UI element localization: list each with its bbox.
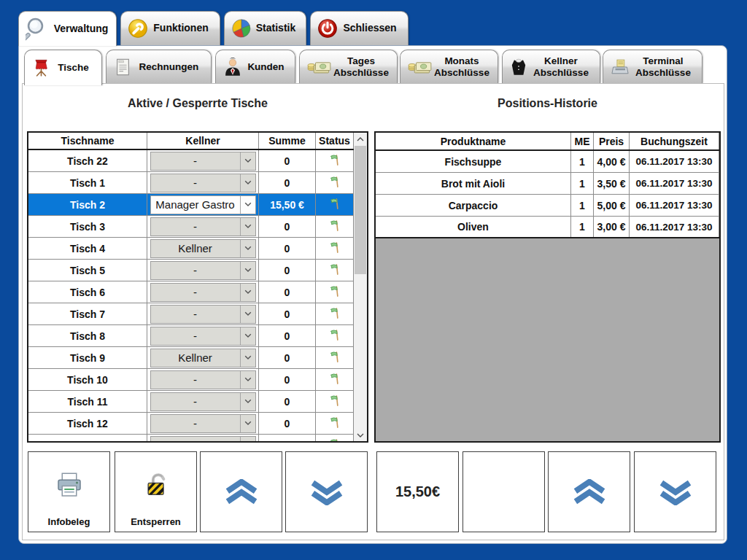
tab-tische[interactable]: Tische: [24, 50, 102, 85]
tab-statistik[interactable]: Statistik: [224, 11, 306, 45]
buchungszeit-cell: 06.11.2017 13:30: [630, 217, 719, 237]
kellner-dropdown[interactable]: Kellner: [150, 239, 256, 258]
tab-verwaltung[interactable]: Verwaltung: [18, 11, 117, 46]
tischname-cell: Tisch 5: [28, 260, 147, 281]
power-icon: [317, 18, 338, 39]
historie-rows: Fischsuppe 1 4,00 € 06.11.2017 13:30 Bro…: [376, 151, 719, 238]
table-row[interactable]: Tisch 8 - 0: [28, 325, 354, 347]
kellner-dropdown[interactable]: -: [150, 261, 256, 280]
tab-rechnungen[interactable]: Rechnungen: [106, 50, 212, 83]
me-cell: 1: [571, 217, 594, 237]
kellner-dropdown[interactable]: -: [150, 152, 256, 171]
entsperren-button[interactable]: Entsperren: [115, 451, 197, 532]
historie-row[interactable]: Fischsuppe 1 4,00 € 06.11.2017 13:30: [376, 151, 719, 173]
kellner-dropdown[interactable]: -: [150, 174, 256, 192]
tab-monats-abschluesse[interactable]: Monats Abschlüsse: [400, 50, 498, 83]
status-cell: [316, 150, 354, 171]
table-row[interactable]: Tisch 5 - 0: [28, 260, 354, 281]
chevron-down-icon: [240, 437, 255, 443]
historie-row[interactable]: Brot mit Aioli 1 3,50 € 06.11.2017 13:30: [376, 173, 719, 195]
kellner-dropdown-value: -: [151, 437, 240, 443]
historie-row[interactable]: Oliven 1 3,00 € 06.11.2017 13:30: [376, 217, 719, 238]
historie-scroll-down-button[interactable]: [634, 451, 716, 532]
historie-scroll-up-button[interactable]: [548, 451, 630, 532]
tische-scroll-down-button[interactable]: [285, 451, 368, 532]
summe-cell: 0: [259, 281, 316, 303]
kellner-dropdown[interactable]: Manager Gastro: [150, 195, 256, 214]
chevron-down-icon: [240, 306, 255, 323]
table-row[interactable]: Tisch 22 - 0: [28, 150, 354, 172]
kellner-cell: Kellner: [147, 238, 259, 259]
kellner-dropdown[interactable]: -: [150, 392, 256, 411]
tab-tages-abschluesse[interactable]: Tages Abschlüsse: [299, 50, 398, 83]
table-row[interactable]: Tisch 1 - 0: [28, 172, 354, 194]
kellner-dropdown[interactable]: -: [150, 305, 256, 324]
tischname-cell: Tisch 10: [28, 369, 147, 390]
kellner-cell: -: [147, 216, 259, 237]
scrollbar-thumb[interactable]: [355, 146, 366, 274]
tab-terminal-abschluesse[interactable]: Terminal Abschlüsse: [603, 50, 703, 83]
kellner-cell: -: [147, 150, 259, 171]
kellner-dropdown[interactable]: -: [150, 217, 256, 236]
tab-label: Schliessen: [338, 23, 402, 34]
table-row[interactable]: Tisch 12 - 0: [28, 413, 354, 435]
tab-kunden[interactable]: Kunden: [215, 50, 295, 83]
total-amount-button[interactable]: 15,50€: [376, 451, 459, 532]
scrollbar-up-arrow[interactable]: [354, 133, 367, 145]
summe-cell: 0: [259, 391, 316, 412]
status-cell: [316, 413, 354, 434]
table-row[interactable]: Tisch 13 - 0: [28, 435, 354, 443]
double-chevron-up-icon: [570, 479, 608, 505]
infobeleg-button[interactable]: Infobeleg: [28, 451, 110, 532]
kellner-dropdown[interactable]: -: [150, 436, 256, 443]
table-row[interactable]: Tisch 10 - 0: [28, 369, 354, 391]
kellner-dropdown[interactable]: Kellner: [150, 349, 256, 368]
column-header-me: ME: [571, 133, 594, 149]
historie-row[interactable]: Carpaccio 1 5,00 € 06.11.2017 13:30: [376, 195, 719, 217]
column-header-produktname: Produktname: [376, 133, 571, 149]
kellner-dropdown[interactable]: -: [150, 414, 256, 433]
status-flag-icon: [329, 241, 341, 256]
chevron-down-icon: [240, 371, 255, 389]
chevron-down-icon: [240, 174, 255, 192]
tischname-cell: Tisch 12: [28, 413, 147, 434]
tische-scroll-up-button[interactable]: [200, 451, 282, 532]
status-cell: [316, 216, 354, 237]
kellner-dropdown[interactable]: -: [150, 283, 256, 302]
double-chevron-down-icon: [308, 479, 346, 505]
kellner-cell: Manager Gastro: [147, 194, 259, 215]
tische-scrollbar[interactable]: [354, 133, 367, 441]
status-cell: [316, 238, 354, 259]
chevron-down-icon: [240, 393, 255, 411]
kellner-dropdown-value: -: [151, 371, 240, 389]
table-row[interactable]: Tisch 6 - 0: [28, 281, 354, 303]
summe-cell: 0: [259, 216, 316, 237]
summe-cell: 0: [259, 172, 316, 193]
tischname-cell: Tisch 2: [28, 194, 147, 215]
tische-table: Tischname Kellner Summe Status Tisch 22 …: [27, 131, 368, 443]
kellner-cell: -: [147, 325, 259, 346]
table-row[interactable]: Tisch 2 Manager Gastro 15,50 €: [28, 194, 354, 216]
kellner-dropdown[interactable]: -: [150, 370, 256, 389]
historie-table: Produktname ME Preis Buchungszeit Fischs…: [374, 131, 721, 443]
column-header-kellner: Kellner: [147, 133, 259, 149]
tab-schliessen[interactable]: Schliessen: [310, 11, 409, 45]
tab-kellner-abschluesse[interactable]: Kellner Abschlüsse: [502, 50, 600, 83]
empty-button[interactable]: [462, 451, 545, 532]
summe-cell: 0: [259, 150, 316, 171]
kellner-dropdown[interactable]: -: [150, 327, 256, 346]
status-flag-icon: [329, 263, 341, 278]
tab-funktionen[interactable]: Funktionen: [120, 11, 220, 45]
status-cell: [316, 281, 354, 303]
table-row[interactable]: Tisch 7 - 0: [28, 303, 354, 325]
table-row[interactable]: Tisch 11 - 0: [28, 391, 354, 413]
right-section-title: Positions-Historie: [374, 97, 721, 110]
table-row[interactable]: Tisch 9 Kellner 0: [28, 347, 354, 369]
scrollbar-down-arrow[interactable]: [354, 429, 367, 441]
tische-rows: Tisch 22 - 0 Tisch 1 -: [28, 150, 367, 443]
chevron-down-icon: [240, 415, 255, 432]
tab-label: Verwaltung: [52, 23, 110, 35]
table-row[interactable]: Tisch 4 Kellner 0: [28, 238, 354, 260]
tab-label: Kunden: [243, 61, 289, 72]
table-row[interactable]: Tisch 3 - 0: [28, 216, 354, 238]
